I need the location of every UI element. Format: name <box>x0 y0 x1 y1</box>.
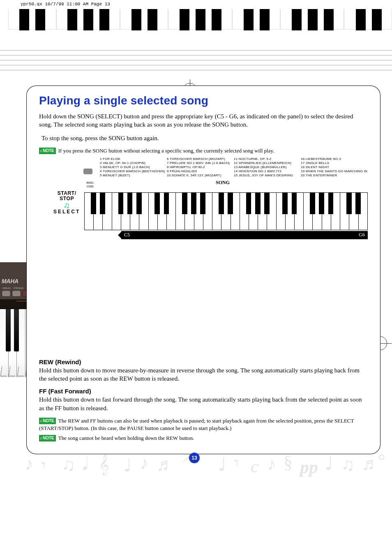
note-line: NOTEIf you press the SONG button without… <box>39 147 368 155</box>
panel-diagram: 1 FÜR ELISE2 VALSE, OP. 64-1 (CHOPIN)3 M… <box>39 157 368 243</box>
svg-text:♩: ♩ <box>218 455 226 475</box>
range-low: C5 <box>124 232 130 238</box>
banner-keyboard-art <box>0 9 392 75</box>
svg-text:♫: ♫ <box>62 455 75 475</box>
range-high: G6 <box>359 232 365 238</box>
start-stop-select-label: START/ STOP ♫ SELECT <box>53 191 80 215</box>
svg-text:♬: ♬ <box>362 454 375 474</box>
note-badge-icon: NOTE <box>39 435 56 441</box>
svg-text:pp: pp <box>298 457 318 477</box>
range-bar: C5 G6 <box>121 231 368 239</box>
svg-text:♩: ♩ <box>325 454 333 474</box>
paragraph: Hold this button down to move measure-by… <box>39 366 368 383</box>
note-badge-icon: NOTE <box>39 148 56 154</box>
svg-text:♪: ♪ <box>140 453 149 473</box>
song-label: SONG <box>216 180 230 186</box>
ff-heading: FF (Fast Forward) <box>39 388 368 395</box>
svg-text:𝄞: 𝄞 <box>99 454 109 476</box>
paragraph: To stop the song, press the SONG button … <box>42 134 368 142</box>
ansose-button-graphic <box>83 169 92 174</box>
svg-text:♪: ♪ <box>25 454 34 474</box>
note-line: NOTEThe song cannot be heard when holdin… <box>39 434 368 442</box>
svg-text:♪: ♪ <box>267 454 276 474</box>
song-list-column: 16 LIEBESTRÄUME NO.317 JINGLE BELLS18 SI… <box>301 157 368 180</box>
svg-text:§: § <box>284 452 293 472</box>
print-header: ypr50.qx 10/7/99 11:00 AM Page 13 <box>0 0 392 7</box>
svg-text:♬: ♬ <box>156 455 170 475</box>
brand-logo: MAHA <box>2 278 18 284</box>
panel-button <box>12 290 21 297</box>
svg-text:𝄾: 𝄾 <box>41 462 46 469</box>
song-list-column: 1 FÜR ELISE2 VALSE, OP. 64-1 (CHOPIN)3 M… <box>100 157 167 180</box>
note-line: NOTEThe REW and FF buttons can also be u… <box>39 417 368 432</box>
svg-text:♫: ♫ <box>341 455 355 475</box>
paragraph: Hold down the SONG (SELECT) button and p… <box>39 112 368 129</box>
panel-button <box>2 290 11 297</box>
section-playing-song: Playing a single selected song Hold down… <box>26 85 380 247</box>
song-list-column: 6 TÜRKISCHER MARSCH (MOZART)7 PRELUDE NO… <box>167 157 234 180</box>
song-list-column: 11 NOCTURNE, OP. 9-212 SPINNERLIED (ELLE… <box>234 157 301 180</box>
section-rew-ff: REW (Rewind) Hold this button down to mo… <box>26 247 380 454</box>
svg-text:c: c <box>251 456 259 476</box>
rew-heading: REW (Rewind) <box>39 358 368 365</box>
note-text: The REW and FF buttons can also be used … <box>39 418 354 431</box>
svg-text:𝅘𝅥: 𝅘𝅥 <box>83 456 88 470</box>
ansose-label: ANS- OSE <box>86 181 94 188</box>
svg-text:°: ° <box>378 451 385 471</box>
svg-text:𝄾: 𝄾 <box>234 459 239 466</box>
note-badge-icon: NOTE <box>39 418 56 424</box>
section-title: Playing a single selected song <box>39 94 368 107</box>
note-text: If you press the SONG button without sel… <box>58 148 274 154</box>
note-text: The song cannot be heard when holding do… <box>58 435 194 441</box>
music-note-icon: ♫ <box>53 201 80 209</box>
page-number-badge: 13 <box>189 453 200 463</box>
paragraph: Hold this button down to fast forward th… <box>39 395 368 412</box>
svg-text:♩: ♩ <box>123 455 132 476</box>
